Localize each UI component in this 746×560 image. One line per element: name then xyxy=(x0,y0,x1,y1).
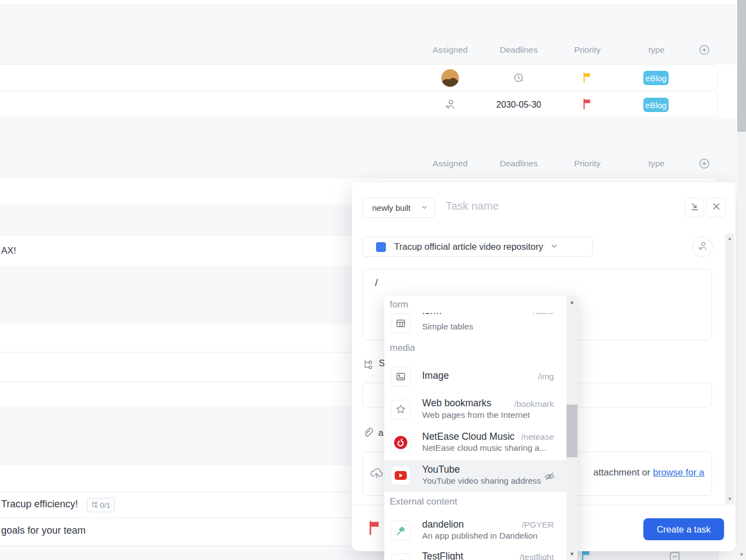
image-icon[interactable] xyxy=(391,367,411,387)
column-header-assigned[interactable]: Assigned xyxy=(423,45,478,55)
section-header-media: media xyxy=(390,343,415,354)
scroll-down-arrow[interactable]: ▼ xyxy=(725,497,734,502)
assign-user-icon xyxy=(697,240,708,254)
collapse-icon xyxy=(690,202,699,214)
column-header-assigned[interactable]: Assigned xyxy=(423,159,478,169)
close-dialog-button[interactable] xyxy=(706,198,726,217)
menu-item-desc[interactable]: An app published in Dandelion xyxy=(422,531,537,541)
assign-user-icon[interactable] xyxy=(444,98,456,110)
task-name-field[interactable] xyxy=(446,200,676,216)
menu-item-title[interactable]: YouTube xyxy=(422,464,460,475)
status-select-label: newly built xyxy=(372,203,411,212)
table-row[interactable] xyxy=(0,64,718,90)
star-icon[interactable] xyxy=(391,400,411,419)
collapse-row-icon[interactable] xyxy=(669,551,681,560)
subtask-section-icon xyxy=(363,359,374,372)
deadline-date[interactable]: 2030-05-30 xyxy=(491,100,546,110)
netease-music-icon[interactable] xyxy=(391,433,411,452)
add-assignee-button[interactable] xyxy=(692,237,713,257)
subtask-tree-icon xyxy=(91,501,98,509)
column-header-deadlines[interactable]: Deadlines xyxy=(491,159,546,169)
scroll-thumb[interactable] xyxy=(566,405,577,457)
deadline-clock-icon[interactable] xyxy=(513,72,525,84)
subtask-count: 0/1 xyxy=(100,501,110,509)
eye-slash-icon[interactable] xyxy=(543,471,556,485)
collapse-dialog-button[interactable] xyxy=(685,198,704,217)
menu-item-shortcut: /PGYER xyxy=(510,520,554,530)
section-header-form: form xyxy=(384,295,565,313)
status-select[interactable]: newly built xyxy=(362,198,435,218)
task-row-title[interactable]: AX! xyxy=(1,245,16,256)
subtask-count-badge[interactable]: 0/1 xyxy=(87,498,115,512)
upload-cloud-icon xyxy=(369,466,384,483)
list-stripe xyxy=(0,406,351,465)
attachment-hint-text: attachment or xyxy=(593,467,653,478)
menu-item-desc[interactable]: Web pages from the Internet xyxy=(422,410,530,420)
close-icon xyxy=(712,202,721,213)
column-header-type[interactable]: type xyxy=(629,45,684,55)
project-select[interactable]: Tracup official article video repository xyxy=(362,237,593,257)
modal-scrollbar[interactable]: ▲ ▼ xyxy=(725,233,734,504)
menu-scrollbar[interactable]: ▲ ▼ xyxy=(566,295,577,560)
menu-item-desc[interactable]: Simple tables xyxy=(422,322,473,332)
project-color-swatch xyxy=(376,242,386,252)
menu-item-title[interactable]: dandelion xyxy=(422,519,464,530)
menu-item-title[interactable]: Image xyxy=(422,370,449,382)
add-column-icon[interactable] xyxy=(699,158,710,169)
scroll-down-arrow[interactable]: ▼ xyxy=(737,552,746,557)
menu-item-shortcut: /testflight xyxy=(504,552,554,560)
table-icon[interactable] xyxy=(391,313,411,333)
scroll-thumb[interactable] xyxy=(737,0,746,132)
scroll-up-arrow[interactable]: ▲ xyxy=(725,233,734,241)
group-header-band-2 xyxy=(0,118,737,182)
column-header-priority[interactable]: Priority xyxy=(560,159,615,169)
youtube-icon[interactable] xyxy=(391,466,411,485)
section-header-external: External content xyxy=(390,496,457,507)
attachment-section-label: a xyxy=(378,428,383,439)
task-row-title[interactable]: goals for your team xyxy=(1,525,86,536)
add-column-icon[interactable] xyxy=(699,44,710,55)
scroll-down-arrow[interactable]: ▼ xyxy=(566,552,577,557)
scroll-up-arrow[interactable]: ▲ xyxy=(566,295,577,305)
column-header-type[interactable]: type xyxy=(629,159,684,169)
app-screen: Assigned Deadlines Priority type eBlog 2… xyxy=(0,0,746,560)
column-header-deadlines[interactable]: Deadlines xyxy=(491,45,546,55)
slash-command-menu: form /table form Simple tables media Ima… xyxy=(384,295,577,560)
attachment-section-icon xyxy=(363,428,374,441)
create-task-button[interactable]: Create a task xyxy=(643,518,724,540)
dandelion-icon[interactable] xyxy=(391,520,411,540)
type-badge[interactable]: eBlog xyxy=(643,71,669,85)
menu-item-shortcut: /img xyxy=(510,372,554,382)
editor-text: / xyxy=(363,270,711,296)
task-row-title[interactable]: Tracup efficiency! xyxy=(1,499,78,510)
menu-item-title[interactable]: TestFlight xyxy=(422,551,463,560)
menu-item-desc[interactable]: NetEase cloud music sharing a... xyxy=(422,443,547,453)
menu-item-shortcut: /bookmark xyxy=(499,399,554,409)
priority-flag-red-icon[interactable] xyxy=(581,98,593,112)
menu-item-desc[interactable]: YouTube video sharing address xyxy=(422,476,541,486)
table-row[interactable] xyxy=(0,91,718,117)
group-header-band-1 xyxy=(0,5,737,64)
menu-item-shortcut: /netease xyxy=(499,432,554,442)
priority-flag-yellow-icon[interactable] xyxy=(581,71,593,86)
testflight-icon[interactable] xyxy=(391,553,411,560)
chevron-down-icon xyxy=(551,242,558,252)
attachment-hint: attachment or browse for a xyxy=(593,467,704,478)
menu-item-title[interactable]: Web bookmarks xyxy=(422,397,491,409)
window-scrollbar[interactable]: ▼ xyxy=(737,0,746,560)
avatar[interactable] xyxy=(441,69,459,87)
priority-flag-red-icon[interactable] xyxy=(367,519,383,538)
task-name-input[interactable] xyxy=(446,200,676,212)
project-select-label: Tracup official article video repository xyxy=(394,242,543,252)
chevron-down-icon xyxy=(421,203,428,213)
browse-file-link[interactable]: browse for a xyxy=(653,467,704,478)
column-header-priority[interactable]: Priority xyxy=(560,45,615,55)
type-badge[interactable]: eBlog xyxy=(643,98,669,112)
